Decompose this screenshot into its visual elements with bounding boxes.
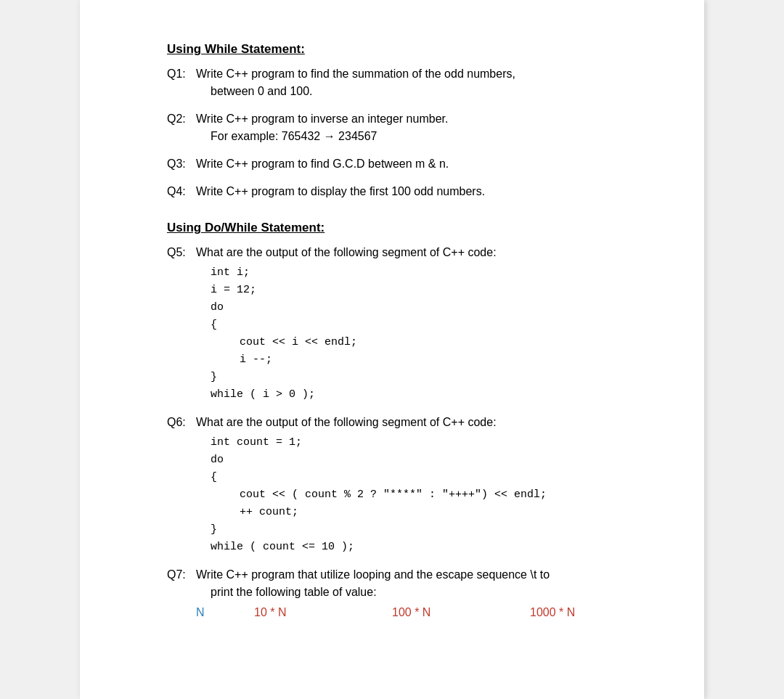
q2-label: Q2: <box>167 110 196 128</box>
q7-label: Q7: <box>167 566 196 584</box>
q6-code-line-2: { <box>211 469 668 486</box>
table-col-10n: 10 * N <box>254 604 392 621</box>
q5-code-line-6: } <box>211 369 668 386</box>
question-q5: Q5: What are the output of the following… <box>167 244 668 404</box>
question-q3: Q3: Write C++ program to find G.C.D betw… <box>167 155 668 173</box>
q1-text: Write C++ program to find the summation … <box>196 65 668 100</box>
q6-code-line-3: cout << ( count % 2 ? "****" : "++++") <… <box>240 486 668 504</box>
q6-code-line-4: ++ count; <box>240 504 668 521</box>
q5-code-line-7: while ( i > 0 ); <box>211 386 668 404</box>
q5-code-line-1: i = 12; <box>211 282 668 299</box>
table-col-100n: 100 * N <box>392 604 530 621</box>
q6-code-line-0: int count = 1; <box>211 434 668 451</box>
q5-code-line-4: cout << i << endl; <box>240 334 668 351</box>
q4-text: Write C++ program to display the first 1… <box>196 183 668 200</box>
q5-content: What are the output of the following seg… <box>196 244 668 404</box>
q2-text: Write C++ program to inverse an integer … <box>196 110 668 145</box>
q5-code-line-0: int i; <box>211 264 668 282</box>
q6-content: What are the output of the following seg… <box>196 414 668 556</box>
q1-label: Q1: <box>167 65 196 83</box>
q5-label: Q5: <box>167 244 196 261</box>
q7-line2: print the following table of value: <box>211 586 377 598</box>
q3-text: Write C++ program to find G.C.D between … <box>196 155 668 173</box>
q4-label: Q4: <box>167 183 196 200</box>
q7-content: Write C++ program that utilize looping a… <box>196 566 668 621</box>
question-q4: Q4: Write C++ program to display the fir… <box>167 183 668 200</box>
question-q7: Q7: Write C++ program that utilize loopi… <box>167 566 668 621</box>
q6-label: Q6: <box>167 414 196 431</box>
q5-intro: What are the output of the following seg… <box>196 246 497 258</box>
q7-line1: Write C++ program that utilize looping a… <box>196 568 550 581</box>
section1-title: Using While Statement: <box>167 42 668 57</box>
q5-code-line-3: { <box>211 316 668 334</box>
page: Using While Statement: Q1: Write C++ pro… <box>80 0 704 699</box>
q5-code-line-2: do <box>211 299 668 316</box>
q6-code: int count = 1; do { cout << ( count % 2 … <box>196 434 668 556</box>
section1: Using While Statement: Q1: Write C++ pro… <box>167 42 668 200</box>
q6-code-line-5: } <box>211 521 668 539</box>
question-q1: Q1: Write C++ program to find the summat… <box>167 65 668 100</box>
table-col-1000n: 1000 * N <box>530 604 668 621</box>
q3-label: Q3: <box>167 155 196 173</box>
question-q6: Q6: What are the output of the following… <box>167 414 668 556</box>
q7-table-header: N 10 * N 100 * N 1000 * N <box>196 604 668 621</box>
table-col-n: N <box>196 604 254 621</box>
question-q2: Q2: Write C++ program to inverse an inte… <box>167 110 668 145</box>
q5-code-line-5: i --; <box>240 351 668 369</box>
q6-intro: What are the output of the following seg… <box>196 416 497 428</box>
q6-code-line-6: while ( count <= 10 ); <box>211 539 668 556</box>
section2: Using Do/While Statement: Q5: What are t… <box>167 221 668 621</box>
section2-title: Using Do/While Statement: <box>167 221 668 235</box>
q5-code: int i; i = 12; do { cout << i << endl; i… <box>196 264 668 404</box>
q6-code-line-1: do <box>211 451 668 469</box>
